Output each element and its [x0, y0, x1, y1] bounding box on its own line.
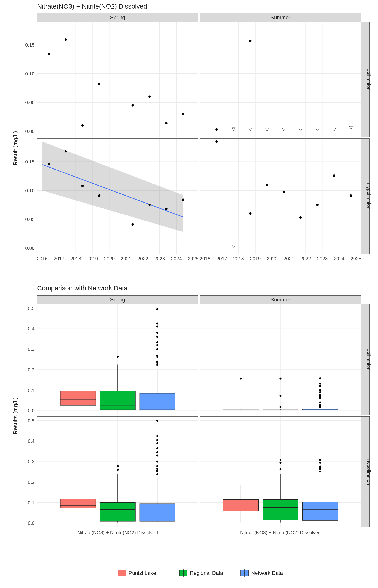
svg-text:Nitrate(NO3) + Nitrite(NO2) Di: Nitrate(NO3) + Nitrite(NO2) Dissolved	[240, 530, 321, 535]
svg-text:Regional Data: Regional Data	[190, 570, 223, 576]
svg-point-207	[319, 401, 321, 403]
chart-title-bottom: Comparison with Network Data	[37, 284, 128, 292]
svg-rect-227	[60, 499, 96, 508]
svg-point-193	[240, 378, 242, 380]
svg-point-162	[156, 364, 158, 366]
svg-point-216	[319, 377, 321, 379]
svg-text:Spring: Spring	[110, 297, 125, 303]
svg-text:0.0: 0.0	[28, 408, 35, 414]
svg-text:0.05: 0.05	[25, 100, 35, 105]
svg-text:Summer: Summer	[270, 14, 291, 20]
svg-point-287	[319, 459, 321, 461]
svg-point-282	[319, 470, 321, 472]
svg-text:2023: 2023	[317, 256, 328, 261]
svg-point-164	[156, 361, 158, 363]
svg-point-114	[216, 140, 218, 143]
svg-point-173	[156, 323, 158, 325]
svg-text:Epilimnion: Epilimnion	[366, 68, 371, 91]
svg-point-214	[319, 385, 321, 387]
svg-text:2018: 2018	[233, 256, 244, 261]
svg-text:0.3: 0.3	[28, 459, 35, 464]
svg-point-243	[156, 465, 158, 467]
svg-text:Puntzi Lake: Puntzi Lake	[129, 570, 156, 576]
svg-point-172	[156, 326, 158, 328]
svg-text:0.4: 0.4	[28, 326, 35, 331]
svg-point-285	[319, 466, 321, 468]
svg-point-24	[65, 39, 67, 41]
svg-text:0.4: 0.4	[28, 438, 35, 444]
svg-text:Epilimnion: Epilimnion	[366, 348, 371, 371]
svg-text:2024: 2024	[171, 256, 182, 261]
svg-point-244	[156, 461, 158, 463]
svg-text:Hypolimnion: Hypolimnion	[366, 183, 371, 209]
svg-point-166	[156, 355, 158, 357]
svg-point-51	[249, 40, 252, 42]
svg-point-116	[266, 184, 268, 186]
svg-rect-155	[100, 391, 135, 410]
legend: Puntzi LakeRegional DataNetwork Data	[0, 567, 378, 584]
svg-point-251	[156, 420, 158, 422]
svg-text:0.15: 0.15	[25, 42, 35, 48]
svg-point-206	[319, 404, 321, 406]
svg-point-30	[182, 113, 184, 115]
svg-point-250	[156, 435, 158, 437]
svg-text:2017: 2017	[216, 256, 227, 261]
svg-marker-56	[299, 128, 302, 131]
svg-point-198	[280, 406, 282, 408]
svg-point-200	[280, 378, 282, 380]
svg-text:2022: 2022	[138, 256, 148, 261]
svg-marker-75	[42, 142, 183, 232]
svg-point-28	[148, 95, 151, 98]
svg-rect-231	[100, 503, 135, 521]
svg-point-211	[319, 394, 321, 396]
svg-point-213	[319, 389, 321, 391]
svg-marker-58	[333, 128, 336, 131]
svg-marker-53	[249, 128, 252, 131]
svg-point-29	[165, 122, 168, 124]
svg-text:2020: 2020	[104, 256, 115, 261]
svg-point-245	[156, 454, 158, 456]
svg-point-119	[316, 204, 319, 206]
svg-point-157	[117, 356, 119, 358]
svg-rect-151	[60, 391, 96, 405]
svg-point-275	[280, 468, 282, 470]
svg-text:2018: 2018	[70, 256, 81, 261]
svg-text:0.05: 0.05	[25, 216, 35, 222]
svg-point-233	[117, 469, 119, 471]
svg-text:Summer: Summer	[270, 297, 291, 303]
svg-point-83	[165, 208, 168, 210]
svg-text:2016: 2016	[200, 256, 210, 261]
svg-text:Network Data: Network Data	[251, 570, 283, 576]
svg-point-26	[98, 83, 100, 85]
svg-text:0.2: 0.2	[28, 367, 35, 373]
svg-point-120	[333, 174, 335, 177]
svg-point-169	[156, 341, 158, 343]
svg-point-117	[283, 190, 285, 193]
svg-text:2017: 2017	[54, 256, 64, 261]
svg-point-121	[350, 194, 352, 197]
svg-text:2020: 2020	[267, 256, 277, 261]
svg-point-239	[156, 473, 158, 475]
svg-rect-237	[140, 504, 175, 521]
svg-text:0.00: 0.00	[25, 245, 35, 251]
chart-title-top: Nitrate(NO3) + Nitrite(NO2) Dissolved	[37, 3, 147, 10]
svg-text:2019: 2019	[87, 256, 98, 261]
svg-point-50	[216, 128, 218, 131]
svg-text:0.5: 0.5	[28, 418, 35, 424]
svg-text:2023: 2023	[154, 256, 165, 261]
svg-point-25	[81, 124, 84, 127]
svg-text:2016: 2016	[37, 256, 48, 261]
svg-point-77	[48, 163, 50, 165]
svg-text:2024: 2024	[334, 256, 345, 261]
svg-rect-269	[223, 500, 258, 511]
svg-rect-160	[140, 393, 175, 410]
svg-text:0.1: 0.1	[28, 500, 35, 506]
svg-point-82	[148, 204, 151, 206]
svg-point-199	[280, 395, 282, 397]
svg-rect-49	[200, 22, 361, 137]
svg-point-81	[132, 223, 134, 226]
svg-marker-122	[232, 245, 235, 248]
svg-text:Nitrate(NO3) + Nitrite(NO2) Di: Nitrate(NO3) + Nitrite(NO2) Dissolved	[77, 530, 158, 535]
svg-text:0.5: 0.5	[28, 306, 35, 311]
svg-point-168	[156, 344, 158, 346]
